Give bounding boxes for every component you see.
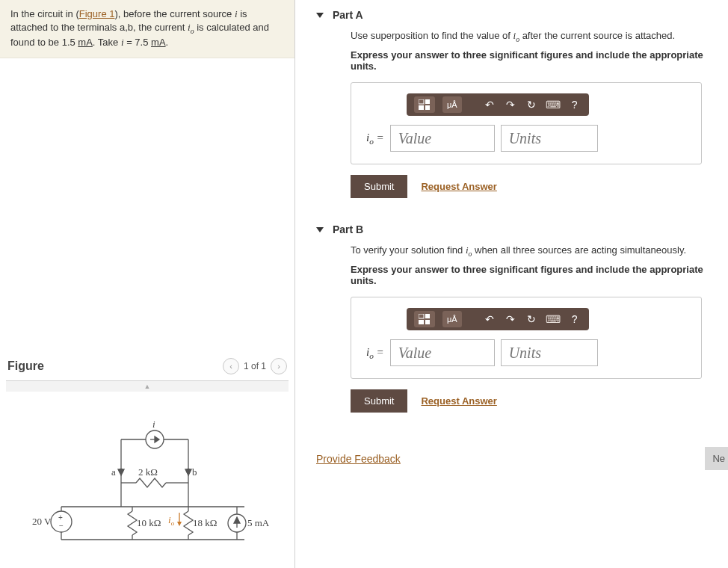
svg-marker-10 <box>185 469 191 475</box>
fig-label-10k: 10 kΩ <box>137 517 161 528</box>
next-button-partial[interactable]: Ne <box>705 447 728 470</box>
part-a-instruction: Express your answer to three significant… <box>351 49 728 72</box>
fig-label-20v: 20 V <box>32 516 52 527</box>
figure-prev-button[interactable]: ‹ <box>223 358 239 374</box>
part-b: Part B To verify your solution find io w… <box>316 219 728 413</box>
part-a-value-input[interactable] <box>390 125 495 152</box>
svg-rect-39 <box>419 320 424 324</box>
svg-marker-2 <box>155 436 159 442</box>
svg-rect-38 <box>425 314 430 318</box>
part-b-header[interactable]: Part B <box>316 219 728 243</box>
keyboard-icon[interactable]: ⌨ <box>546 96 561 113</box>
svg-rect-37 <box>419 314 424 318</box>
help-icon[interactable]: ? <box>568 96 582 113</box>
figure-pager: ‹ 1 of 1 › <box>223 358 287 374</box>
svg-rect-35 <box>419 105 424 110</box>
part-b-value-input[interactable] <box>390 339 495 366</box>
fig-label-i: i <box>152 419 155 430</box>
undo-icon[interactable]: ↶ <box>483 96 496 113</box>
reset-icon[interactable]: ↻ <box>525 96 538 113</box>
svg-marker-30 <box>234 517 240 523</box>
caret-down-icon <box>316 13 324 18</box>
svg-rect-33 <box>419 99 424 104</box>
units-button[interactable]: μÅ <box>442 96 462 113</box>
svg-marker-9 <box>118 469 124 475</box>
circuit-svg: + − <box>20 419 274 553</box>
figure-counter: 1 of 1 <box>244 361 266 371</box>
part-b-request-answer-link[interactable]: Request Answer <box>421 395 496 407</box>
io-label: io = <box>366 346 384 360</box>
help-icon[interactable]: ? <box>568 311 582 327</box>
part-b-answer-box: μÅ ↶ ↷ ↻ ⌨ ? io = <box>351 297 702 379</box>
circuit-figure: + − <box>6 392 289 568</box>
part-a-units-input[interactable] <box>501 125 598 152</box>
part-a-header[interactable]: Part A <box>316 4 728 28</box>
template-icon[interactable] <box>414 96 435 113</box>
provide-feedback-link[interactable]: Provide Feedback <box>316 453 401 465</box>
part-a-answer-box: μÅ ↶ ↷ ↻ ⌨ ? io = <box>351 82 702 164</box>
io-label: io = <box>366 132 384 146</box>
part-a: Part A Use superposition to find the val… <box>316 4 728 198</box>
fig-label-a: a <box>111 466 116 478</box>
figure-link[interactable]: Figure 1 <box>79 8 115 19</box>
right-column: Part A Use superposition to find the val… <box>295 0 728 568</box>
figure-section: Figure ‹ 1 of 1 › ▲ <box>0 351 294 568</box>
template-icon[interactable] <box>414 311 435 327</box>
part-a-toolbar: μÅ ↶ ↷ ↻ ⌨ ? <box>407 93 589 116</box>
svg-text:+: + <box>58 513 63 522</box>
caret-down-icon <box>316 227 324 232</box>
part-a-request-answer-link[interactable]: Request Answer <box>421 181 496 192</box>
part-a-prompt: Use superposition to find the value of i… <box>351 28 728 45</box>
fig-label-18k: 18 kΩ <box>193 517 217 528</box>
part-b-instruction: Express your answer to three significant… <box>351 264 728 286</box>
svg-text:−: − <box>59 522 64 530</box>
part-b-title: Part B <box>333 223 363 235</box>
part-b-prompt: To verify your solution find io when all… <box>351 243 728 259</box>
part-a-title: Part A <box>333 9 363 21</box>
undo-icon[interactable]: ↶ <box>483 311 496 327</box>
scroll-up-hint[interactable]: ▲ <box>6 381 289 392</box>
svg-marker-27 <box>177 522 182 526</box>
fig-label-5ma: 5 mA <box>247 517 270 528</box>
svg-rect-40 <box>425 320 430 324</box>
part-b-submit-button[interactable]: Submit <box>351 389 407 413</box>
part-a-submit-button[interactable]: Submit <box>351 175 407 198</box>
svg-rect-34 <box>425 99 430 104</box>
problem-text-fragment: In the circuit in ( <box>10 8 79 19</box>
keyboard-icon[interactable]: ⌨ <box>546 311 561 327</box>
part-b-units-input[interactable] <box>501 339 598 366</box>
redo-icon[interactable]: ↷ <box>504 96 517 113</box>
fig-label-2k: 2 kΩ <box>138 466 158 478</box>
fig-label-b: b <box>192 466 197 478</box>
fig-label-io: io <box>168 514 175 527</box>
svg-rect-36 <box>425 105 430 110</box>
part-b-toolbar: μÅ ↶ ↷ ↻ ⌨ ? <box>407 308 589 330</box>
redo-icon[interactable]: ↷ <box>504 311 517 327</box>
figure-next-button[interactable]: › <box>271 358 287 374</box>
units-button[interactable]: μÅ <box>442 311 462 327</box>
problem-statement: In the circuit in (Figure 1), before the… <box>0 0 294 58</box>
figure-title: Figure <box>7 359 44 373</box>
var-io: io <box>188 22 194 33</box>
reset-icon[interactable]: ↻ <box>525 311 538 327</box>
left-column: In the circuit in (Figure 1), before the… <box>0 0 295 568</box>
